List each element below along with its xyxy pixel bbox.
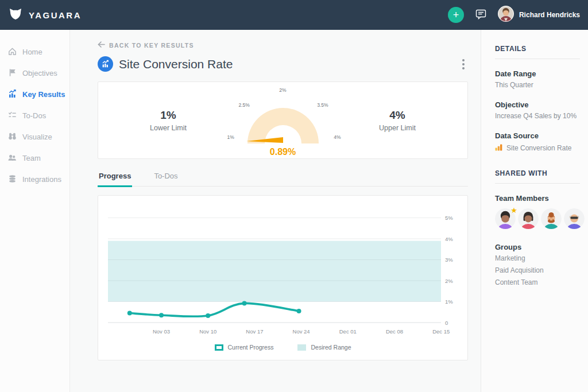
team-icon [7,153,17,164]
legend-current-progress: Current Progress [215,344,274,351]
sidebar-item-objectives[interactable]: Objectives [0,63,69,84]
svg-text:3%: 3% [445,257,453,263]
field-date-range: Date Range This Quarter [495,69,580,89]
groups-label: Groups [495,243,580,251]
back-arrow-icon [98,41,105,49]
field-data-source: Data Source Site Conversion Rate [495,131,580,153]
details-panel: DETAILS Date Range This Quarter Objectiv… [481,30,588,392]
group-item-marketing: Marketing [495,254,580,262]
gauge: 1% 2.5% 2% 3.5% 4% 0.89% [223,84,343,157]
sidebar-item-team[interactable]: Team [0,148,69,169]
brand-name: YAGUARA [29,10,82,20]
sidebar-item-home[interactable]: Home [0,41,69,63]
main-content: BACK TO KEY RESULTS Site Conversion Rate [70,30,481,392]
left-sidebar: Home Objectives [0,30,70,392]
sidebar-item-todos[interactable]: To-Dos [0,105,69,126]
user-menu[interactable]: Richard Hendricks [498,6,580,24]
key-results-icon [7,89,17,100]
field-objective: Objective Increase Q4 Sales by 10% [495,100,580,120]
tab-todos[interactable]: To-Dos [153,172,179,186]
add-button[interactable]: + [448,7,464,23]
svg-text:0: 0 [445,320,448,326]
sidebar-item-key-results[interactable]: Key Results [0,84,69,105]
back-link[interactable]: BACK TO KEY RESULTS [98,41,468,49]
more-options-button[interactable] [459,57,468,72]
sidebar-item-visualize[interactable]: Visualize [0,126,69,148]
svg-text:4%: 4% [445,236,453,242]
team-member-avatar-1[interactable]: ★ [495,208,516,229]
analytics-icon [495,143,502,153]
svg-text:Dec 08: Dec 08 [386,328,403,335]
svg-text:Nov 10: Nov 10 [199,328,216,335]
svg-text:Nov 03: Nov 03 [153,328,170,335]
gauge-arc [226,91,341,148]
desired-range-swatch [297,344,306,351]
flag-icon [7,68,17,79]
team-members-label: Team Members [495,194,580,203]
binoculars-icon [7,131,17,143]
group-item-paid-acquisition: Paid Acquisition [495,266,580,274]
team-member-avatar-2[interactable] [518,208,539,229]
svg-text:Dec 01: Dec 01 [339,328,357,335]
todos-icon [7,110,17,122]
svg-text:Nov 17: Nov 17 [246,328,263,335]
current-progress-swatch [215,344,223,351]
svg-text:1%: 1% [445,298,453,305]
team-member-avatar-4[interactable] [564,208,585,229]
tab-progress[interactable]: Progress [98,172,132,186]
integrations-icon [7,174,17,185]
upper-limit: 4% Upper Limit [363,109,432,132]
chart-legend: Current Progress Desired Range [108,344,458,353]
svg-text:2%: 2% [445,278,453,284]
user-avatar [498,6,514,24]
svg-text:Dec 15: Dec 15 [432,328,450,335]
svg-text:Nov 24: Nov 24 [293,328,310,335]
chat-button[interactable] [475,9,486,21]
team-member-avatars: ★ [495,208,580,229]
sidebar-item-integrations[interactable]: Integrations [0,169,69,190]
top-navbar: YAGUARA + [0,0,588,30]
sunglasses [570,217,578,219]
home-icon [7,46,17,58]
chat-icon [475,9,486,21]
key-result-icon [98,56,113,72]
progress-chart[interactable]: 5%4%3%2%1%0Nov 03Nov 10Nov 17Nov 24Dec 0… [108,205,458,338]
jaguar-logo-icon [8,7,23,23]
star-badge-icon: ★ [510,206,517,215]
team-member-avatar-3[interactable] [541,208,562,229]
lower-limit: 1% Lower Limit [134,109,203,132]
group-item-content-team: Content Team [495,278,580,286]
tab-bar: Progress To-Dos [98,172,468,187]
progress-chart-card: 5%4%3%2%1%0Nov 03Nov 10Nov 17Nov 24Dec 0… [98,195,468,360]
brand: YAGUARA [8,7,82,23]
page-title: Site Conversion Rate [119,57,233,71]
details-header: DETAILS [495,45,580,53]
current-value: 0.89% [223,147,343,157]
user-name: Richard Hendricks [519,11,580,19]
svg-text:5%: 5% [445,215,453,221]
legend-desired-range: Desired Range [297,344,351,351]
shared-with-header: SHARED WITH [495,169,580,177]
gauge-card: 1% Lower Limit 1% 2.5% 2% 3.5% 4% 0.89% … [98,81,468,159]
